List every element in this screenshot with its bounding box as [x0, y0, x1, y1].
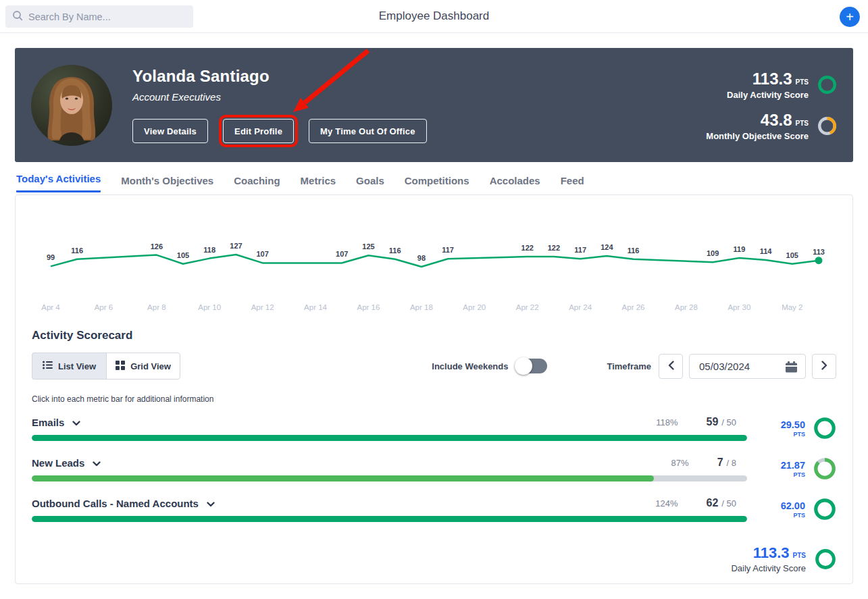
tab-feed[interactable]: Feed — [561, 175, 584, 192]
time-out-of-office-button[interactable]: My Time Out Of Office — [309, 119, 426, 143]
svg-text:122: 122 — [521, 244, 534, 252]
daily-score-unit: PTS — [796, 78, 809, 86]
timeframe-controls: Timeframe — [607, 354, 836, 379]
calendar-icon[interactable] — [786, 361, 797, 375]
monthly-objective-score: 43.8 PTS Monthly Objective Score — [706, 111, 837, 141]
search-input[interactable] — [28, 11, 186, 22]
metric-value: 7 — [717, 457, 723, 469]
svg-text:116: 116 — [628, 246, 640, 255]
svg-text:126: 126 — [151, 242, 163, 251]
line-chart: 9911612610511812710710712511698117122122… — [16, 195, 852, 320]
svg-text:116: 116 — [71, 246, 83, 255]
total-score-value: 113.3 — [753, 544, 790, 562]
metric-ring-emails — [813, 417, 836, 440]
metric-target: / 50 — [721, 498, 736, 509]
points-value: 29.50 — [781, 419, 805, 430]
metric-bar-outbound-calls[interactable] — [32, 516, 747, 522]
grid-view-icon — [116, 361, 125, 372]
search-box[interactable] — [5, 5, 193, 28]
view-toggle: List View Grid View — [32, 353, 180, 380]
svg-text:105: 105 — [177, 251, 189, 259]
svg-text:Apr 8: Apr 8 — [147, 303, 166, 311]
metric-bar-emails[interactable] — [32, 435, 747, 441]
edit-profile-button[interactable]: Edit Profile — [223, 119, 294, 143]
metric-value: 59 — [707, 416, 719, 428]
svg-text:122: 122 — [548, 244, 560, 252]
metric-target: / 50 — [721, 417, 736, 427]
metric-bar-new-leads[interactable] — [32, 475, 747, 481]
previous-day-button[interactable] — [659, 354, 683, 379]
svg-text:107: 107 — [336, 250, 348, 258]
points-value: 62.00 — [781, 500, 805, 511]
grid-view-button[interactable]: Grid View — [106, 353, 180, 380]
svg-text:Apr 6: Apr 6 — [95, 303, 113, 311]
metric-name-outbound-calls[interactable]: Outbound Calls - Named Accounts — [32, 498, 215, 509]
svg-text:Apr 24: Apr 24 — [569, 303, 592, 311]
points-value: 21.87 — [781, 460, 805, 471]
metric-name-emails[interactable]: Emails — [32, 417, 80, 428]
points-unit: PTS — [781, 471, 805, 478]
metric-percent: 87% — [671, 458, 689, 468]
include-weekends-toggle[interactable] — [516, 359, 547, 373]
svg-text:118: 118 — [203, 246, 215, 254]
tab-todays-activities[interactable]: Today's Activities — [16, 173, 101, 192]
next-day-button[interactable] — [812, 354, 836, 379]
scorecard-hint: Click into each metric bar for additiona… — [32, 394, 852, 404]
svg-text:Apr 20: Apr 20 — [463, 303, 486, 311]
metric-value: 62 — [707, 497, 719, 509]
daily-score-label: Daily Activity Score — [727, 90, 809, 100]
svg-text:117: 117 — [442, 246, 454, 254]
chevron-down-icon — [207, 498, 215, 509]
tab-months-objectives[interactable]: Month's Objectives — [121, 175, 213, 192]
svg-text:116: 116 — [389, 246, 401, 255]
timeframe-label: Timeframe — [607, 361, 651, 371]
svg-text:117: 117 — [574, 246, 586, 254]
profile-scores: 113.3 PTS Daily Activity Score 43.8 PTS … — [706, 70, 837, 141]
daily-activity-total: 113.3 PTS Daily Activity Score — [16, 544, 836, 573]
list-view-button[interactable]: List View — [32, 353, 106, 380]
metric-percent: 118% — [656, 417, 678, 427]
tab-metrics[interactable]: Metrics — [301, 175, 336, 192]
avatar — [31, 65, 112, 146]
svg-text:114: 114 — [760, 247, 773, 255]
svg-text:98: 98 — [417, 254, 426, 262]
daily-activity-chart[interactable]: 9911612610511812710710712511698117122122… — [16, 195, 852, 320]
svg-text:105: 105 — [786, 251, 798, 259]
activity-card: 9911612610511812710710712511698117122122… — [15, 194, 853, 584]
metric-row-outbound-calls: Outbound Calls - Named Accounts 124% 62 … — [16, 489, 852, 529]
daily-score-ring — [817, 75, 837, 95]
metric-points-emails: 29.50 PTS — [747, 408, 852, 448]
tab-bar: Today's Activities Month's Objectives Co… — [16, 173, 853, 192]
profile-name: Yolanda Santiago — [132, 67, 427, 86]
chevron-right-icon — [821, 361, 827, 372]
metric-name-new-leads[interactable]: New Leads — [32, 457, 101, 469]
scorecard-title: Activity Scorecard — [32, 329, 852, 342]
total-score-unit: PTS — [793, 552, 806, 559]
svg-text:Apr 18: Apr 18 — [410, 303, 433, 311]
tab-accolades[interactable]: Accolades — [490, 175, 540, 192]
metric-ring-outbound-calls — [813, 498, 836, 521]
svg-text:Apr 28: Apr 28 — [675, 303, 698, 311]
profile-info: Yolanda Santiago Account Executives View… — [132, 67, 427, 143]
tab-competitions[interactable]: Competitions — [405, 175, 469, 192]
profile-header-card: Yolanda Santiago Account Executives View… — [15, 48, 853, 162]
list-view-icon — [43, 361, 53, 371]
add-button[interactable]: + — [840, 7, 860, 27]
view-details-button[interactable]: View Details — [132, 119, 208, 143]
metric-row-new-leads: New Leads 87% 7 / 8 21.87 PTS — [16, 448, 852, 489]
svg-text:113: 113 — [813, 248, 825, 256]
tab-goals[interactable]: Goals — [356, 175, 384, 192]
svg-text:99: 99 — [47, 253, 55, 261]
svg-text:Apr 4: Apr 4 — [41, 303, 60, 311]
metric-ring-new-leads — [813, 457, 836, 480]
total-score-label: Daily Activity Score — [731, 563, 806, 573]
metric-target: / 8 — [727, 458, 736, 468]
svg-text:107: 107 — [256, 250, 268, 258]
metric-row-emails: Emails 118% 59 / 50 29.50 PTS — [16, 408, 852, 448]
tab-coaching[interactable]: Coaching — [234, 175, 280, 192]
date-field — [689, 354, 806, 379]
points-unit: PTS — [781, 512, 805, 519]
svg-text:125: 125 — [362, 242, 374, 251]
svg-text:109: 109 — [707, 249, 719, 257]
chevron-left-icon — [668, 361, 674, 372]
